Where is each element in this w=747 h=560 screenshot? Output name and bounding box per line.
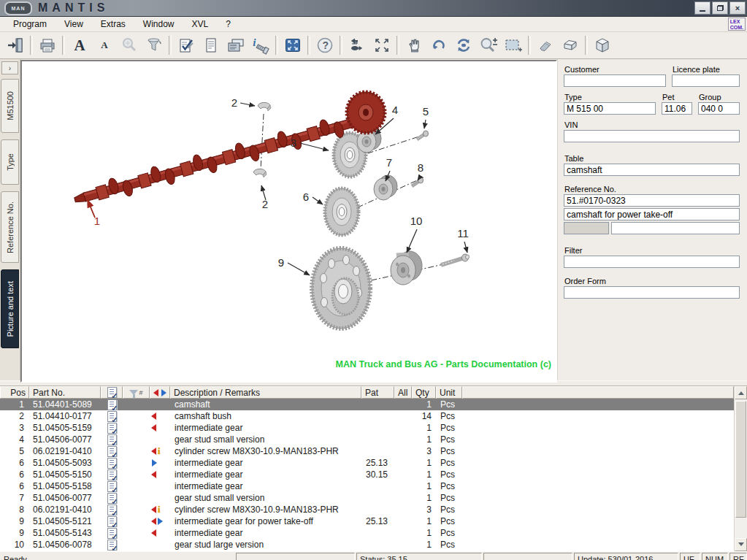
tabstrip-expand-button[interactable]: ›	[1, 61, 18, 74]
catalog-button[interactable]	[223, 34, 248, 56]
menu-program[interactable]: Program	[4, 18, 55, 31]
font-increase-button[interactable]: A	[67, 34, 92, 56]
header-unit[interactable]: Unit	[436, 386, 462, 399]
cell-unit: Pcs	[436, 423, 462, 433]
rotate-button[interactable]	[426, 34, 451, 56]
document-button[interactable]	[199, 34, 223, 56]
table-row[interactable]: 951.04505-5121✓intermediate gear for pow…	[0, 515, 734, 527]
table-row[interactable]: 651.04505-5158✓intermediate gear1Pcs	[0, 480, 734, 492]
reference-description-field[interactable]	[564, 208, 740, 220]
order-form-field[interactable]	[564, 286, 740, 299]
cell-variants	[150, 471, 170, 478]
group-label: Group	[699, 93, 740, 101]
filter-button[interactable]	[142, 34, 166, 56]
print-button[interactable]	[35, 34, 60, 56]
scroll-down-button[interactable]	[735, 538, 747, 551]
cube-3d-button[interactable]	[590, 34, 615, 56]
table-row[interactable]: 651.04505-5150✓intermediate gear30.151Pc…	[0, 469, 734, 480]
header-variants[interactable]	[150, 386, 170, 399]
box-3d-icon	[560, 37, 581, 54]
help-button[interactable]: ?	[313, 34, 337, 56]
header-doc-check[interactable]: ✓	[101, 386, 123, 399]
svg-text:i: i	[253, 36, 256, 48]
select-area-button[interactable]	[501, 34, 526, 56]
reference-extra-field-2[interactable]	[611, 222, 740, 234]
red-arrow-icon	[151, 529, 156, 537]
filter-field[interactable]	[564, 256, 740, 268]
table-row[interactable]: 651.04505-5093✓intermediate gear25.131Pc…	[0, 457, 734, 469]
tab-picture-and-text[interactable]: Picture and text	[1, 269, 19, 348]
menu-window[interactable]: Window	[134, 18, 183, 31]
header-all[interactable]: All	[394, 386, 412, 399]
cell-unit: Pcs	[436, 528, 462, 538]
type-label: Type	[564, 93, 656, 101]
edit-list-button[interactable]	[174, 34, 199, 56]
cell-qty: 1	[412, 516, 436, 526]
table-row[interactable]: 506.02191-0410✓icylinder screw M8X30-10.…	[0, 445, 734, 457]
header-part-no[interactable]: Part No.	[29, 386, 101, 399]
header-pat[interactable]: Pat	[361, 386, 394, 399]
box-3d-button[interactable]	[558, 34, 583, 56]
header-pos[interactable]: Pos	[0, 386, 29, 399]
cell-unit: Pcs	[436, 493, 462, 503]
customer-field[interactable]	[564, 74, 666, 87]
cell-description: gear stud small version	[170, 434, 361, 445]
menu-xvl[interactable]: XVL	[183, 18, 218, 31]
pet-field[interactable]	[662, 102, 692, 115]
expand-all-button[interactable]	[369, 34, 394, 56]
table-row[interactable]: 351.04505-5159✓intermediate gear1Pcs	[0, 422, 734, 434]
cell-variants	[150, 459, 170, 467]
callout-number-2: 2	[231, 96, 237, 109]
navigate-button[interactable]	[345, 34, 369, 56]
table-row[interactable]: 951.04505-5143✓intermediate gear1Pcs	[0, 527, 734, 539]
fit-screen-button[interactable]	[280, 34, 305, 56]
cell-pat: 30.15	[361, 469, 394, 480]
reference-no-field[interactable]	[564, 194, 740, 207]
toolbar-separator	[62, 36, 65, 55]
minimize-button[interactable]	[694, 1, 710, 15]
table-scrollbar[interactable]	[734, 386, 747, 551]
menu-help[interactable]: ?	[217, 18, 240, 31]
picture-pane[interactable]: 12234567891011 MAN Truck and Bus AG - Pa…	[20, 60, 557, 383]
licence-plate-field[interactable]	[672, 74, 740, 87]
rotate-continuous-button[interactable]	[451, 34, 476, 56]
menu-view[interactable]: View	[55, 18, 92, 31]
reference-extra-field-1[interactable]	[564, 222, 609, 234]
cell-qty: 3	[412, 446, 436, 456]
table-row[interactable]: 451.04506-0077✓gear stud small version1P…	[0, 434, 734, 445]
header-filter[interactable]: #	[123, 386, 150, 399]
scrollbar-thumb[interactable]	[735, 401, 746, 518]
cell-qty: 1	[412, 423, 436, 433]
eraser-button[interactable]	[533, 34, 558, 56]
exit-button[interactable]	[3, 34, 28, 56]
table-row[interactable]: 1051.04506-0078✓gear stud large version1…	[0, 539, 734, 551]
tab-type[interactable]: Type	[1, 139, 19, 185]
scroll-up-button[interactable]	[735, 386, 747, 399]
menu-extras[interactable]: Extras	[92, 18, 134, 31]
part-info-button[interactable]: i	[248, 34, 273, 56]
scrollbar-track[interactable]	[735, 399, 747, 538]
table-row[interactable]: 151.04401-5089✓camshaft1Pcs	[0, 399, 734, 410]
callout-number-10: 10	[410, 215, 423, 227]
header-description[interactable]: Description / Remarks	[170, 386, 361, 399]
pan-button[interactable]	[402, 34, 426, 56]
callout-number-4: 4	[392, 104, 398, 116]
group-field[interactable]	[698, 102, 740, 115]
table-field[interactable]	[564, 164, 740, 176]
vin-field[interactable]	[564, 130, 740, 142]
search-button[interactable]	[117, 34, 142, 56]
font-decrease-button[interactable]: A	[92, 34, 117, 56]
cell-doc-check: ✓	[101, 458, 123, 469]
tab-m51500[interactable]: M51500	[1, 79, 19, 133]
restore-button[interactable]	[712, 1, 728, 15]
table-row[interactable]: 806.02191-0410✓icylinder screw M8X30-10.…	[0, 504, 734, 515]
table-row[interactable]: 251.04410-0177✓camshaft bush14Pcs	[0, 410, 734, 422]
type-field[interactable]	[564, 102, 656, 115]
header-qty[interactable]: Qty	[412, 386, 436, 399]
table-row[interactable]: 751.04506-0077✓gear stud small version1P…	[0, 492, 734, 504]
toolbar-separator	[397, 36, 399, 55]
close-button[interactable]: ×	[729, 1, 746, 15]
zoom-button[interactable]	[476, 34, 501, 56]
callout-leader	[300, 143, 329, 150]
tab-reference-no[interactable]: Reference No.	[1, 191, 19, 263]
